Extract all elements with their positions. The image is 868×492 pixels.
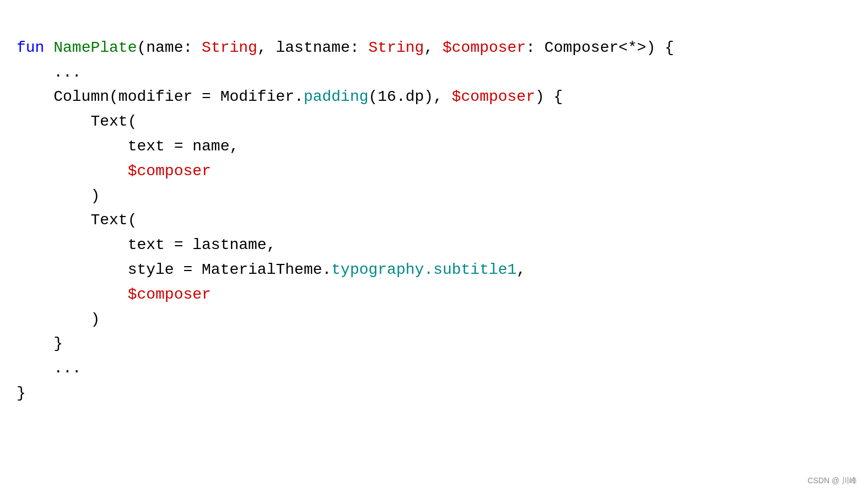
code-line: Text( <box>17 208 868 233</box>
code-token: String <box>369 39 424 56</box>
code-token: : Composer<*>) { <box>526 39 674 56</box>
code-token: style = MaterialTheme. <box>17 261 331 278</box>
code-token: } <box>17 385 26 402</box>
code-line: Text( <box>17 110 868 134</box>
code-token: $composer <box>128 286 211 303</box>
code-token: , lastname: <box>257 39 369 56</box>
code-line: text = lastname, <box>17 233 868 258</box>
code-token: Text( <box>17 212 137 229</box>
code-token: } <box>17 335 63 352</box>
code-token: text = name, <box>17 138 239 155</box>
code-token: String <box>202 39 257 56</box>
code-token: typography.subtitle1 <box>331 261 516 278</box>
code-line: text = name, <box>17 134 868 159</box>
code-token: ) <box>17 187 100 204</box>
code-block: fun NamePlate(name: String, lastname: St… <box>17 11 868 492</box>
code-token: ... <box>17 360 82 377</box>
code-token: (16.dp), <box>369 88 452 105</box>
code-line: $composer <box>17 159 868 184</box>
code-line: ... <box>17 356 868 381</box>
code-token: Column(modifier = Modifier. <box>17 88 304 105</box>
code-token: ) <box>17 311 100 328</box>
code-line: ) <box>17 184 868 209</box>
code-token: fun <box>17 39 53 56</box>
code-line: style = MaterialTheme.typography.subtitl… <box>17 258 868 283</box>
code-line: Column(modifier = Modifier.padding(16.dp… <box>17 85 868 110</box>
code-line: fun NamePlate(name: String, lastname: St… <box>17 36 868 61</box>
code-token: $composer <box>452 88 535 105</box>
code-token: , <box>424 39 443 56</box>
code-line: } <box>17 332 868 356</box>
code-token: $composer <box>128 163 211 180</box>
code-token: , <box>516 261 526 278</box>
code-token: (name: <box>137 39 202 56</box>
watermark: CSDN @ 川峰 <box>807 474 857 486</box>
code-token: Text( <box>17 113 137 130</box>
code-line: ... <box>17 61 868 85</box>
code-token: text = lastname, <box>17 236 276 253</box>
code-line: } <box>17 381 868 406</box>
code-line: ) <box>17 307 868 332</box>
code-line: $composer <box>17 283 868 307</box>
code-token: ... <box>17 64 82 81</box>
code-token <box>17 286 128 303</box>
code-token <box>17 163 128 180</box>
code-token: NamePlate <box>53 39 137 56</box>
code-token: padding <box>304 88 369 105</box>
code-token: ) { <box>535 88 563 105</box>
code-token: $composer <box>443 39 526 56</box>
